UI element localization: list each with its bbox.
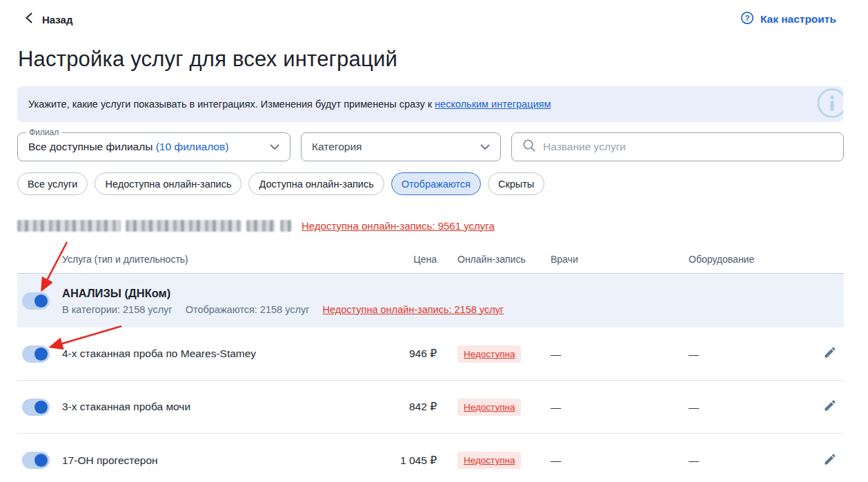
- filter-chips: Все услуги Недоступна онлайн-запись Дост…: [17, 172, 844, 195]
- service-row: 17-ОН прогестерон 1 045 ₽ Недоступна — —: [17, 434, 844, 482]
- pencil-icon: [823, 452, 837, 469]
- search-input[interactable]: [543, 141, 833, 153]
- equipment-value: —: [689, 401, 816, 413]
- info-banner: Укажите, какие услуги показывать в интег…: [17, 86, 843, 122]
- service-price: 946 ₽: [385, 348, 437, 360]
- col-header-online: Онлайн-запись: [457, 254, 551, 265]
- chevron-down-icon: [480, 141, 490, 153]
- service-row: 3-х стаканная проба мочи 842 ₽ Недоступн…: [17, 381, 844, 434]
- topbar: Назад ? Как настроить: [0, 0, 868, 28]
- summary-row: Недоступна онлайн-запись: 9561 услуга: [17, 218, 844, 233]
- col-header-equipment: Оборудование: [689, 254, 816, 265]
- chevron-left-icon: [26, 12, 32, 26]
- chip-hidden[interactable]: Скрыты: [488, 172, 544, 195]
- question-circle-icon: ?: [740, 11, 754, 28]
- service-toggle[interactable]: [22, 345, 50, 363]
- category-title: АНАЛИЗЫ (ДНКом): [62, 287, 837, 300]
- service-row: 4-х стаканная проба по Meares-Stamey 946…: [17, 328, 844, 381]
- page-title: Настройка услуг для всех интеграций: [18, 47, 868, 72]
- branch-select-value: Все доступные филиалы (10 филиалов): [28, 141, 228, 153]
- integrations-link[interactable]: нескольким интеграциям: [435, 99, 551, 110]
- pencil-icon: [823, 345, 837, 362]
- category-unavailable-link[interactable]: Недоступна онлайн-запись: 2158 услуг: [322, 304, 504, 315]
- col-header-doctors: Врачи: [551, 254, 689, 265]
- redacted-branch-name: [17, 220, 291, 232]
- services-table: Услуга (тип и длительность) Цена Онлайн-…: [17, 245, 844, 482]
- stat-in-category: В категории: 2158 услуг: [62, 304, 172, 315]
- page: Назад ? Как настроить Настройка услуг дл…: [0, 0, 868, 482]
- doctors-value: —: [551, 454, 689, 466]
- svg-text:?: ?: [744, 14, 749, 22]
- branch-select-label: Филиал: [26, 128, 62, 137]
- service-toggle[interactable]: [22, 399, 50, 416]
- doctors-value: —: [551, 401, 689, 413]
- category-select[interactable]: Категория: [301, 132, 501, 161]
- table-header: Услуга (тип и длительность) Цена Онлайн-…: [17, 245, 844, 274]
- category-row: АНАЛИЗЫ (ДНКом) В категории: 2158 услуг …: [17, 274, 844, 328]
- chip-displayed[interactable]: Отображаются: [391, 172, 481, 195]
- col-header-service: Услуга (тип и длительность): [62, 254, 385, 265]
- chip-online-available[interactable]: Доступна онлайн-запись: [248, 172, 384, 195]
- back-label: Назад: [42, 14, 72, 26]
- chevron-down-icon: [270, 141, 279, 153]
- online-status-badge[interactable]: Недоступна: [457, 399, 521, 416]
- online-status-badge[interactable]: Недоступна: [457, 345, 521, 363]
- chip-all-services[interactable]: Все услуги: [17, 172, 88, 195]
- help-link[interactable]: ? Как настроить: [740, 11, 836, 28]
- edit-service-button[interactable]: [816, 399, 844, 415]
- service-search-field[interactable]: [511, 132, 844, 161]
- help-label: Как настроить: [760, 13, 836, 26]
- edit-service-button[interactable]: [816, 345, 844, 362]
- service-name: 17-ОН прогестерон: [62, 454, 385, 467]
- filter-row: Филиал Все доступные филиалы (10 филиало…: [17, 132, 844, 161]
- equipment-value: —: [689, 454, 816, 466]
- service-name: 4-х стаканная проба по Meares-Stamey: [62, 348, 385, 360]
- stat-displayed: Отображаются: 2158 услуг: [186, 304, 310, 315]
- category-toggle[interactable]: [22, 292, 50, 310]
- search-icon: [522, 139, 536, 155]
- branch-select[interactable]: Филиал Все доступные филиалы (10 филиало…: [17, 132, 290, 161]
- chip-online-unavailable[interactable]: Недоступна онлайн-запись: [95, 172, 241, 195]
- online-status-badge[interactable]: Недоступна: [457, 452, 521, 469]
- service-price: 842 ₽: [385, 401, 437, 413]
- equipment-value: —: [689, 348, 816, 360]
- back-button[interactable]: Назад: [26, 12, 72, 26]
- service-price: 1 045 ₽: [385, 454, 437, 467]
- category-stats: В категории: 2158 услуг Отображаются: 21…: [62, 304, 837, 315]
- col-header-price: Цена: [385, 254, 437, 265]
- unavailable-count-link[interactable]: Недоступна онлайн-запись: 9561 услуга: [302, 220, 495, 232]
- banner-text: Укажите, какие услуги показывать в интег…: [28, 99, 551, 110]
- service-name: 3-х стаканная проба мочи: [62, 401, 385, 413]
- service-toggle[interactable]: [22, 452, 50, 469]
- pencil-icon: [823, 399, 837, 415]
- edit-service-button[interactable]: [816, 452, 844, 469]
- info-circle-icon: [816, 88, 843, 121]
- category-select-value: Категория: [312, 141, 362, 153]
- doctors-value: —: [551, 348, 689, 360]
